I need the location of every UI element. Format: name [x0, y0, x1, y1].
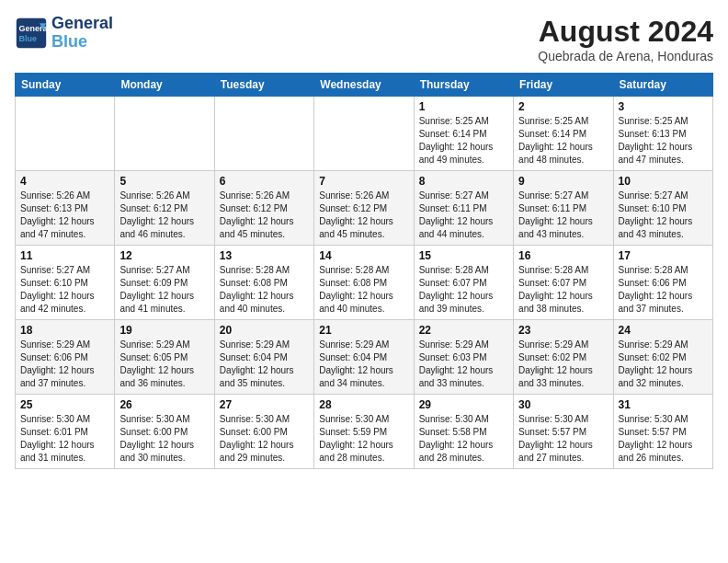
- location-subtitle: Quebrada de Arena, Honduras: [538, 49, 713, 63]
- weekday-header: Monday: [115, 74, 214, 97]
- calendar-cell: 7Sunrise: 5:26 AMSunset: 6:12 PMDaylight…: [314, 171, 414, 246]
- day-info: Sunrise: 5:26 AMSunset: 6:13 PMDaylight:…: [20, 190, 109, 241]
- day-number: 20: [220, 324, 309, 337]
- day-number: 13: [220, 249, 309, 262]
- calendar-cell: 11Sunrise: 5:27 AMSunset: 6:10 PMDayligh…: [16, 246, 115, 320]
- day-number: 24: [619, 324, 708, 337]
- day-info: Sunrise: 5:28 AMSunset: 6:08 PMDaylight:…: [319, 264, 408, 316]
- calendar-cell: 21Sunrise: 5:29 AMSunset: 6:04 PMDayligh…: [314, 320, 414, 395]
- day-info: Sunrise: 5:29 AMSunset: 6:04 PMDaylight:…: [319, 339, 408, 390]
- day-info: Sunrise: 5:30 AMSunset: 5:58 PMDaylight:…: [419, 413, 508, 465]
- day-number: 25: [20, 398, 109, 411]
- calendar-cell: 14Sunrise: 5:28 AMSunset: 6:08 PMDayligh…: [314, 246, 414, 320]
- calendar-header-row: SundayMondayTuesdayWednesdayThursdayFrid…: [16, 74, 713, 97]
- weekday-header: Wednesday: [314, 74, 414, 97]
- day-number: 7: [319, 175, 408, 188]
- day-info: Sunrise: 5:30 AMSunset: 6:00 PMDaylight:…: [119, 413, 209, 465]
- weekday-header: Friday: [514, 74, 613, 97]
- day-info: Sunrise: 5:30 AMSunset: 6:01 PMDaylight:…: [20, 413, 109, 465]
- calendar-cell: 31Sunrise: 5:30 AMSunset: 5:57 PMDayligh…: [613, 395, 712, 469]
- day-number: 11: [20, 249, 109, 262]
- calendar-cell: 16Sunrise: 5:28 AMSunset: 6:07 PMDayligh…: [514, 246, 613, 320]
- day-info: Sunrise: 5:29 AMSunset: 6:02 PMDaylight:…: [518, 339, 608, 390]
- weekday-header: Sunday: [16, 74, 115, 97]
- day-number: 18: [20, 324, 109, 337]
- calendar-week-row: 1Sunrise: 5:25 AMSunset: 6:14 PMDaylight…: [16, 97, 713, 171]
- calendar-cell: 9Sunrise: 5:27 AMSunset: 6:11 PMDaylight…: [514, 171, 613, 246]
- day-number: 23: [518, 324, 608, 337]
- day-number: 15: [419, 249, 508, 262]
- day-number: 17: [619, 249, 708, 262]
- day-info: Sunrise: 5:29 AMSunset: 6:06 PMDaylight:…: [20, 339, 109, 390]
- calendar-cell: 4Sunrise: 5:26 AMSunset: 6:13 PMDaylight…: [16, 171, 115, 246]
- day-number: 12: [119, 249, 209, 262]
- month-title: August 2024: [538, 15, 713, 49]
- calendar-cell: 29Sunrise: 5:30 AMSunset: 5:58 PMDayligh…: [414, 395, 513, 469]
- calendar-cell: 19Sunrise: 5:29 AMSunset: 6:05 PMDayligh…: [115, 320, 214, 395]
- day-info: Sunrise: 5:30 AMSunset: 5:59 PMDaylight:…: [319, 413, 408, 465]
- weekday-header: Thursday: [414, 74, 513, 97]
- day-info: Sunrise: 5:27 AMSunset: 6:09 PMDaylight:…: [119, 264, 209, 316]
- day-info: Sunrise: 5:25 AMSunset: 6:14 PMDaylight:…: [518, 115, 608, 167]
- day-number: 9: [518, 175, 608, 188]
- calendar-cell: [115, 97, 214, 171]
- day-info: Sunrise: 5:28 AMSunset: 6:06 PMDaylight:…: [619, 264, 708, 316]
- day-number: 3: [619, 100, 708, 113]
- svg-text:Blue: Blue: [19, 34, 38, 43]
- calendar-week-row: 18Sunrise: 5:29 AMSunset: 6:06 PMDayligh…: [16, 320, 713, 395]
- day-number: 14: [319, 249, 408, 262]
- logo-icon: General Blue: [15, 17, 48, 50]
- calendar-cell: 28Sunrise: 5:30 AMSunset: 5:59 PMDayligh…: [314, 395, 414, 469]
- calendar-cell: 17Sunrise: 5:28 AMSunset: 6:06 PMDayligh…: [613, 246, 712, 320]
- calendar-cell: 5Sunrise: 5:26 AMSunset: 6:12 PMDaylight…: [115, 171, 214, 246]
- day-info: Sunrise: 5:30 AMSunset: 5:57 PMDaylight:…: [518, 413, 608, 465]
- title-block: August 2024 Quebrada de Arena, Honduras: [538, 15, 713, 63]
- day-info: Sunrise: 5:28 AMSunset: 6:07 PMDaylight:…: [419, 264, 508, 316]
- calendar-cell: 1Sunrise: 5:25 AMSunset: 6:14 PMDaylight…: [414, 97, 513, 171]
- calendar-week-row: 11Sunrise: 5:27 AMSunset: 6:10 PMDayligh…: [16, 246, 713, 320]
- day-info: Sunrise: 5:29 AMSunset: 6:02 PMDaylight:…: [619, 339, 708, 390]
- logo: General Blue General Blue: [15, 15, 113, 52]
- day-number: 27: [220, 398, 309, 411]
- day-info: Sunrise: 5:27 AMSunset: 6:10 PMDaylight:…: [619, 190, 708, 241]
- day-number: 10: [619, 175, 708, 188]
- calendar-cell: 12Sunrise: 5:27 AMSunset: 6:09 PMDayligh…: [115, 246, 214, 320]
- calendar-week-row: 4Sunrise: 5:26 AMSunset: 6:13 PMDaylight…: [16, 171, 713, 246]
- calendar-cell: 30Sunrise: 5:30 AMSunset: 5:57 PMDayligh…: [514, 395, 613, 469]
- day-info: Sunrise: 5:26 AMSunset: 6:12 PMDaylight:…: [319, 190, 408, 241]
- calendar-cell: 26Sunrise: 5:30 AMSunset: 6:00 PMDayligh…: [115, 395, 214, 469]
- day-info: Sunrise: 5:29 AMSunset: 6:03 PMDaylight:…: [419, 339, 508, 390]
- day-info: Sunrise: 5:28 AMSunset: 6:07 PMDaylight:…: [518, 264, 608, 316]
- calendar-cell: 2Sunrise: 5:25 AMSunset: 6:14 PMDaylight…: [514, 97, 613, 171]
- day-info: Sunrise: 5:30 AMSunset: 6:00 PMDaylight:…: [220, 413, 309, 465]
- calendar-cell: 22Sunrise: 5:29 AMSunset: 6:03 PMDayligh…: [414, 320, 513, 395]
- day-number: 4: [20, 175, 109, 188]
- calendar-cell: 27Sunrise: 5:30 AMSunset: 6:00 PMDayligh…: [214, 395, 313, 469]
- calendar-cell: 10Sunrise: 5:27 AMSunset: 6:10 PMDayligh…: [613, 171, 712, 246]
- day-info: Sunrise: 5:27 AMSunset: 6:11 PMDaylight:…: [518, 190, 608, 241]
- day-number: 22: [419, 324, 508, 337]
- calendar-cell: [314, 97, 414, 171]
- calendar-cell: 25Sunrise: 5:30 AMSunset: 6:01 PMDayligh…: [16, 395, 115, 469]
- calendar-cell: 13Sunrise: 5:28 AMSunset: 6:08 PMDayligh…: [214, 246, 313, 320]
- day-number: 8: [419, 175, 508, 188]
- day-number: 26: [119, 398, 209, 411]
- day-info: Sunrise: 5:29 AMSunset: 6:05 PMDaylight:…: [119, 339, 209, 390]
- calendar-cell: [214, 97, 313, 171]
- day-info: Sunrise: 5:25 AMSunset: 6:14 PMDaylight:…: [419, 115, 508, 167]
- calendar-cell: 20Sunrise: 5:29 AMSunset: 6:04 PMDayligh…: [214, 320, 313, 395]
- weekday-header: Tuesday: [214, 74, 313, 97]
- day-number: 28: [319, 398, 408, 411]
- calendar-cell: 18Sunrise: 5:29 AMSunset: 6:06 PMDayligh…: [16, 320, 115, 395]
- day-number: 29: [419, 398, 508, 411]
- day-number: 19: [119, 324, 209, 337]
- day-number: 1: [419, 100, 508, 113]
- day-number: 5: [119, 175, 209, 188]
- day-number: 6: [220, 175, 309, 188]
- day-info: Sunrise: 5:26 AMSunset: 6:12 PMDaylight:…: [220, 190, 309, 241]
- day-info: Sunrise: 5:25 AMSunset: 6:13 PMDaylight:…: [619, 115, 708, 167]
- calendar-cell: 24Sunrise: 5:29 AMSunset: 6:02 PMDayligh…: [613, 320, 712, 395]
- weekday-header: Saturday: [613, 74, 712, 97]
- calendar-cell: 3Sunrise: 5:25 AMSunset: 6:13 PMDaylight…: [613, 97, 712, 171]
- day-number: 30: [518, 398, 608, 411]
